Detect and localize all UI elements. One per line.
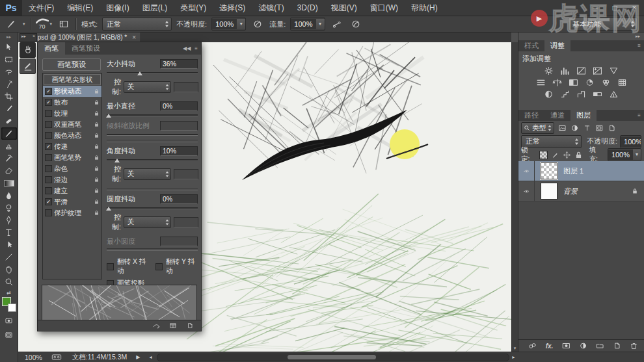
layer-row-0[interactable]: 图层 1 <box>518 161 644 181</box>
tab-paths[interactable]: 路径 <box>518 110 544 121</box>
roundness-control-select[interactable]: 关 <box>124 216 171 228</box>
menu-item-5[interactable]: 选择(S) <box>213 0 252 16</box>
swap-colors-icon[interactable]: ⇄ <box>7 290 11 296</box>
layer-mask-icon[interactable] <box>561 341 571 350</box>
toolbar-collapse-icon[interactable]: ▸▸ <box>7 32 11 41</box>
brush-option-6[interactable]: 画笔笔势 <box>43 152 101 163</box>
layer-row-1[interactable]: 背景 <box>518 181 644 201</box>
vertical-scrollbar[interactable]: ▾ <box>511 42 518 352</box>
brush-option-3[interactable]: 双重画笔 <box>43 119 101 130</box>
layer-thumbnail[interactable] <box>541 183 557 200</box>
zoom-tool[interactable] <box>1 276 17 288</box>
close-button[interactable]: × <box>624 0 644 16</box>
tab-brush[interactable]: 画笔 <box>38 42 65 55</box>
screen-mode-icon[interactable] <box>1 329 17 341</box>
levels-icon[interactable] <box>559 66 570 75</box>
type-tool[interactable] <box>1 226 17 239</box>
line-tool[interactable] <box>1 251 17 263</box>
gradient-map-icon[interactable] <box>592 90 603 99</box>
delete-layer-icon[interactable] <box>629 341 639 350</box>
brush-option-11[interactable]: 保护纹理 <box>43 207 101 218</box>
hand-tool[interactable] <box>1 263 17 276</box>
path-select-tool[interactable] <box>1 239 17 251</box>
background-color-swatch[interactable] <box>8 304 16 312</box>
brush-option-8[interactable]: 湿边 <box>43 174 101 185</box>
menu-item-6[interactable]: 滤镜(T) <box>252 0 290 16</box>
tool-preset-arrow-icon[interactable]: ▾ <box>23 21 25 27</box>
healing-brush-tool[interactable] <box>1 115 17 127</box>
pen-tool[interactable] <box>1 214 17 226</box>
menu-item-4[interactable]: 类型(Y) <box>174 0 213 16</box>
new-adjustment-icon[interactable] <box>578 341 588 350</box>
panel-menu-icon[interactable]: ≡ <box>637 110 644 121</box>
dodge-tool[interactable] <box>1 201 17 214</box>
lock-position-icon[interactable] <box>563 151 571 159</box>
brush-tool-icon[interactable] <box>4 18 18 31</box>
checkbox[interactable] <box>45 165 52 172</box>
dock-collapse-icon[interactable]: ▸▸ <box>21 34 26 41</box>
checkbox[interactable] <box>45 121 52 128</box>
scroll-left-icon[interactable]: ◂ <box>149 354 152 360</box>
tab-brush-presets[interactable]: 画笔预设 <box>65 42 107 55</box>
brightness-contrast-icon[interactable] <box>543 66 554 75</box>
magic-wand-tool[interactable] <box>1 78 17 90</box>
history-brush-tool[interactable] <box>1 152 17 164</box>
threshold-icon[interactable] <box>576 90 587 99</box>
size-control-select[interactable]: 关 <box>124 81 171 93</box>
lasso-tool[interactable] <box>1 66 17 78</box>
min-diameter-value[interactable]: 0% <box>160 101 198 111</box>
hue-saturation-icon[interactable] <box>535 78 546 87</box>
lock-all-icon[interactable] <box>574 151 583 159</box>
clone-stamp-tool[interactable] <box>1 140 17 152</box>
menu-item-8[interactable]: 视图(V) <box>325 0 364 16</box>
eraser-tool[interactable] <box>1 164 17 177</box>
brush-option-9[interactable]: 建立 <box>43 185 101 196</box>
panel-collapse-icon[interactable]: ◀◀ <box>183 45 191 51</box>
vibrance-icon[interactable] <box>608 66 619 75</box>
min-diameter-slider[interactable] <box>107 112 198 118</box>
exposure-icon[interactable] <box>592 66 603 75</box>
checkbox[interactable] <box>45 187 52 194</box>
scroll-down-icon[interactable]: ▾ <box>512 346 518 351</box>
workspace-switcher[interactable]: 基本功能 <box>568 18 637 31</box>
brush-presets-button[interactable]: 画笔预设 <box>42 58 101 71</box>
pixel-layer-icon[interactable] <box>557 123 567 133</box>
roundness-jitter-slider[interactable] <box>107 205 198 211</box>
size-jitter-value[interactable]: 36% <box>160 59 198 69</box>
open-preset-manager-icon[interactable] <box>168 322 178 330</box>
photo-filter-icon[interactable] <box>584 78 595 87</box>
brush-option-0[interactable]: ✓形状动态 <box>43 86 101 97</box>
new-group-icon[interactable] <box>595 341 605 350</box>
move-tool[interactable] <box>1 41 17 53</box>
tablet-pressure-opacity-icon[interactable] <box>250 18 265 31</box>
scrollbar-thumb[interactable] <box>288 355 376 359</box>
menu-item-10[interactable]: 帮助(H) <box>405 0 444 16</box>
checkbox[interactable] <box>45 154 52 161</box>
filter-type-select[interactable]: 类型 <box>521 122 554 134</box>
menu-item-2[interactable]: 图像(I) <box>100 0 135 16</box>
menu-item-1[interactable]: 编辑(E) <box>60 0 100 16</box>
shape-layer-icon[interactable] <box>595 123 604 133</box>
scroll-right-icon[interactable]: ▸ <box>512 354 515 360</box>
menu-item-9[interactable]: 窗口(W) <box>364 0 405 16</box>
selective-color-icon[interactable] <box>608 90 619 99</box>
color-lookup-icon[interactable] <box>617 78 628 87</box>
lock-pixels-icon[interactable] <box>551 151 559 159</box>
checkbox[interactable] <box>45 110 52 117</box>
smart-object-icon[interactable] <box>607 123 617 133</box>
new-layer-icon[interactable] <box>612 341 622 350</box>
status-flyout-icon[interactable]: ▶ <box>136 354 140 360</box>
brush-panel-dock-icon[interactable] <box>20 42 36 58</box>
brush-stroke-toggle-icon[interactable] <box>152 322 161 330</box>
tab-styles[interactable]: 样式 <box>518 40 544 51</box>
maximize-button[interactable]: □ <box>605 0 624 16</box>
marquee-tool[interactable] <box>1 53 17 66</box>
brush-presets-dock-icon[interactable] <box>20 58 36 74</box>
panel-menu-icon[interactable]: ≡ <box>637 40 644 51</box>
brush-option-7[interactable]: 杂色 <box>43 163 101 174</box>
menu-item-7[interactable]: 3D(D) <box>291 0 325 16</box>
create-new-brush-icon[interactable] <box>185 322 195 330</box>
posterize-icon[interactable] <box>559 90 570 99</box>
channel-mixer-icon[interactable] <box>600 78 611 87</box>
close-document-icon[interactable]: × <box>132 34 136 41</box>
